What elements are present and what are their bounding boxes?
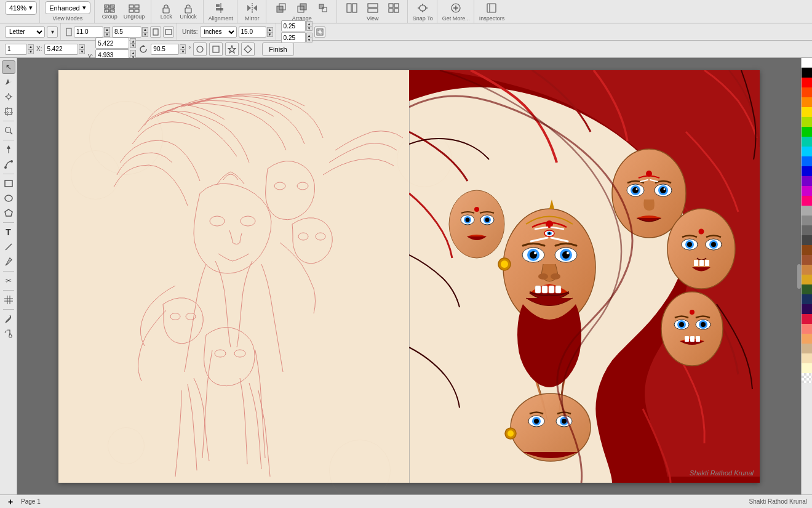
svg-point-123 (661, 292, 723, 366)
scissors-tool-btn[interactable]: ✂ (2, 274, 15, 288)
color-crimson[interactable] (802, 314, 812, 324)
color-gray3[interactable] (802, 225, 812, 235)
eyedropper-tool-btn[interactable] (2, 312, 15, 326)
text-tool-btn[interactable]: T (2, 225, 15, 239)
node-tool-btn[interactable] (2, 75, 15, 89)
offset1-up[interactable]: ▲ (306, 21, 312, 26)
color-skin[interactable] (802, 334, 812, 344)
preset-select[interactable]: Letter (5, 26, 45, 38)
select-tool-btn[interactable]: ↖ (2, 60, 15, 74)
color-gold[interactable] (802, 275, 812, 284)
color-gray2[interactable] (802, 216, 812, 225)
arrange-button3[interactable] (313, 2, 333, 14)
arrange-button2[interactable] (292, 2, 312, 14)
offset2-down[interactable]: ▼ (306, 38, 312, 42)
bezier-tool-btn[interactable] (2, 158, 15, 171)
inspectors-button[interactable] (482, 2, 501, 14)
color-transparent[interactable] (802, 373, 812, 383)
width-up[interactable]: ▲ (104, 27, 110, 32)
color-yellow[interactable] (802, 107, 812, 117)
color-orange[interactable] (802, 97, 812, 107)
height-input[interactable]: 8.5 (112, 26, 141, 38)
svg-point-85 (548, 232, 551, 235)
width-down[interactable]: ▼ (104, 32, 110, 37)
zoom-dropdown[interactable]: 419% ▾ (5, 1, 37, 15)
unlock-button[interactable]: Unlock (177, 2, 199, 21)
group-button[interactable]: Group (100, 2, 120, 21)
crop-tool-btn[interactable] (2, 105, 15, 118)
zoom-tool-btn[interactable] (2, 124, 15, 137)
mirror-button[interactable] (242, 2, 262, 14)
color-black[interactable] (802, 68, 812, 78)
add-page-button[interactable]: + (5, 497, 16, 507)
offset2-up[interactable]: ▲ (306, 33, 312, 38)
color-pink[interactable] (802, 196, 812, 206)
color-dark-green[interactable] (802, 284, 812, 294)
height-down[interactable]: ▼ (142, 32, 148, 37)
color-gray4[interactable] (802, 235, 812, 245)
color-gray1[interactable] (802, 206, 812, 216)
size-up[interactable]: ▲ (267, 27, 273, 32)
finish-button[interactable]: Finish (262, 42, 293, 56)
rect-tool-btn[interactable] (2, 177, 15, 190)
bleed-btn[interactable] (314, 26, 325, 38)
preset-toggle[interactable]: ▾ (47, 26, 58, 38)
height-up[interactable]: ▲ (142, 27, 148, 32)
color-beige[interactable] (802, 353, 812, 363)
color-magenta[interactable] (802, 186, 812, 196)
ungroup-button[interactable]: Ungroup (121, 2, 148, 21)
canvas-area[interactable]: Shakti Rathod Krunal (17, 58, 801, 494)
lock-icon (160, 4, 172, 14)
view-button1[interactable] (342, 2, 362, 14)
transform-tool-btn[interactable] (2, 90, 15, 103)
color-navy[interactable] (802, 294, 812, 304)
line-tool-btn[interactable] (2, 240, 15, 254)
color-white[interactable] (802, 58, 812, 68)
view-button3[interactable] (384, 2, 404, 14)
offset1-down[interactable]: ▼ (306, 26, 312, 31)
offset1-spinners: ▲ ▼ (306, 21, 312, 31)
color-green[interactable] (802, 127, 812, 137)
snap-to-button[interactable] (413, 2, 432, 14)
color-yellow-green[interactable] (802, 117, 812, 127)
color-orange-red[interactable] (802, 87, 812, 97)
color-brown3[interactable] (802, 265, 812, 275)
color-teal[interactable] (802, 137, 812, 147)
pen-tool-btn[interactable] (2, 143, 15, 156)
color-brown1[interactable] (802, 245, 812, 255)
size-down[interactable]: ▼ (267, 32, 273, 37)
alignment-button[interactable] (211, 2, 231, 14)
lock-label: Lock (161, 14, 172, 20)
color-cyan[interactable] (802, 147, 812, 156)
color-dark-blue[interactable] (802, 166, 812, 176)
enhanced-dropdown[interactable]: Enhanced ▾ (45, 1, 90, 14)
color-blue[interactable] (802, 156, 812, 166)
color-brown2[interactable] (802, 255, 812, 265)
lock-button[interactable]: Lock (156, 2, 176, 21)
view-icon3 (388, 3, 400, 13)
portrait-btn[interactable] (150, 26, 161, 38)
grid-tool-btn[interactable] (2, 293, 15, 307)
svg-point-73 (274, 182, 285, 190)
get-more-button[interactable] (446, 2, 466, 14)
color-red[interactable] (802, 78, 812, 87)
offset1-input[interactable] (281, 20, 306, 31)
fill-tool-btn[interactable] (2, 327, 15, 341)
svg-rect-42 (317, 29, 323, 35)
node-count-input[interactable] (5, 44, 27, 55)
color-cream[interactable] (802, 363, 812, 373)
landscape-btn[interactable] (163, 26, 174, 38)
color-tan[interactable] (802, 344, 812, 353)
view-button2[interactable] (363, 2, 383, 14)
width-input[interactable]: 11.0 (74, 26, 103, 38)
units-select[interactable]: inches (200, 26, 237, 38)
polygon-tool-btn[interactable] (2, 206, 15, 220)
size-input[interactable] (239, 26, 266, 38)
color-salmon[interactable] (802, 324, 812, 334)
color-purple[interactable] (802, 176, 812, 186)
color-indigo[interactable] (802, 304, 812, 314)
ellipse-tool-btn[interactable] (2, 192, 15, 205)
pencil-tool-btn[interactable] (2, 255, 15, 268)
width-icon (66, 28, 72, 36)
arrange-button1[interactable] (271, 2, 291, 14)
